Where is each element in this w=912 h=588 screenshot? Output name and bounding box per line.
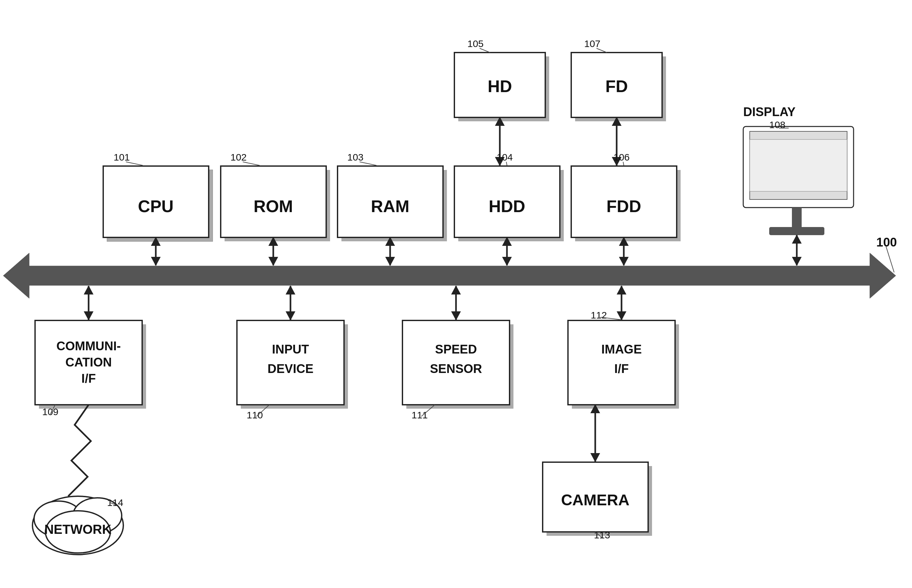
diagram-svg: CPU ROM RAM HDD FDD HD FD [0, 0, 912, 588]
input-label-2: DEVICE [267, 362, 313, 376]
cpu-label: CPU [138, 197, 173, 216]
speed-label-1: SPEED [435, 342, 477, 356]
comm-arrow-top [84, 285, 94, 294]
fdd-label: FDD [607, 197, 641, 216]
image-label-2: I/F [614, 362, 629, 376]
ref-108: 108 [769, 120, 786, 130]
comm-label-1: COMMUNI- [57, 339, 121, 353]
ref-106: 106 [613, 152, 630, 163]
ref-102: 102 [230, 152, 247, 163]
comm-label-3: I/F [81, 372, 96, 385]
input-label-1: INPUT [272, 342, 309, 356]
ref-113: 113 [594, 530, 610, 540]
ref-100: 100 [876, 236, 897, 249]
display-label: DISPLAY [743, 105, 795, 119]
hd-label: HD [488, 77, 512, 96]
fd-label: FD [605, 77, 628, 96]
ram-arrow-bot [385, 257, 395, 266]
ref-103: 103 [347, 152, 363, 163]
rom-label: ROM [253, 197, 293, 216]
comm-label-2: CATION [66, 355, 112, 369]
speed-arrow-top [451, 285, 461, 294]
hdd-arrow-bot [502, 257, 512, 266]
diagram: CPU ROM RAM HDD FDD HD FD [0, 0, 912, 588]
speed-arrow-bot [451, 311, 461, 320]
ram-label: RAM [371, 197, 409, 216]
image-label-1: IMAGE [601, 342, 642, 356]
display-arrow-top [792, 234, 802, 244]
ref-110: 110 [247, 410, 263, 420]
image-camera-bot [590, 453, 600, 462]
ref-101-line [126, 162, 143, 165]
comm-arrow-bot [84, 311, 94, 320]
input-arrow-top [286, 285, 295, 294]
display-screen [750, 139, 847, 191]
network-zigzag [68, 405, 91, 496]
ref-103-line [360, 162, 376, 165]
input-arrow-bot [286, 311, 295, 320]
ref-112: 112 [591, 310, 607, 320]
ref-105: 105 [467, 38, 484, 49]
ref-101: 101 [113, 152, 130, 163]
hdd-label: HDD [489, 197, 525, 216]
camera-label: CAMERA [561, 491, 630, 509]
bus-arrow [3, 253, 896, 298]
display-arrow-bot [792, 257, 802, 266]
ref-109: 109 [42, 406, 58, 417]
ref-102-line [243, 162, 260, 165]
speed-label-2: SENSOR [430, 362, 482, 376]
network-label: NETWORK [44, 522, 112, 536]
ref-114: 114 [107, 497, 123, 508]
ref-111: 111 [411, 410, 428, 420]
ref-104: 104 [497, 152, 513, 163]
ref-107: 107 [584, 38, 601, 49]
display-neck [792, 208, 802, 227]
fdd-arrow-bot [619, 257, 629, 266]
image-arrow-top [617, 285, 626, 294]
cpu-arrow-bot [151, 257, 160, 266]
display-base [769, 227, 825, 235]
rom-arrow-bot [269, 257, 278, 266]
